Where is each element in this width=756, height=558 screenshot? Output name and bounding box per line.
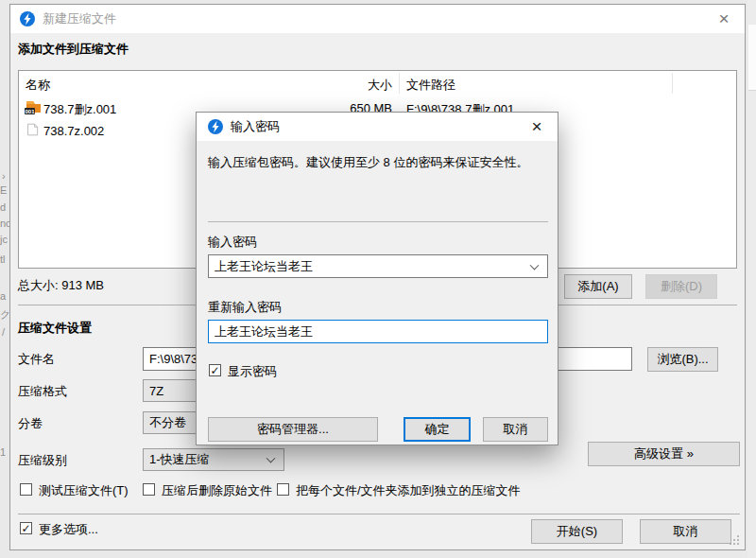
background-fragment: jc xyxy=(0,234,8,245)
volume-value: 不分卷 xyxy=(149,414,186,431)
separate-archives-checkbox[interactable] xyxy=(277,483,289,496)
main-cancel-button[interactable]: 取消 xyxy=(640,519,731,544)
background-fragment: d xyxy=(0,201,6,213)
ok-button[interactable]: 确定 xyxy=(404,417,471,442)
level-label: 压缩级别 xyxy=(18,452,67,469)
format-value: 7Z xyxy=(149,384,163,398)
file-name: 738.7删z.001 xyxy=(43,101,116,118)
section-archive-settings-header: 压缩文件设置 xyxy=(18,320,92,337)
svg-text:001: 001 xyxy=(25,109,35,114)
test-archive-label[interactable]: 测试压缩文件(T) xyxy=(39,482,129,499)
password-manager-button[interactable]: 密码管理器... xyxy=(208,417,378,442)
confirm-password-value: 上老王论坛当老王 xyxy=(215,323,313,340)
divider xyxy=(208,221,548,222)
separate-archives-label[interactable]: 把每个文件/文件夹添加到独立的压缩文件 xyxy=(296,482,521,499)
show-password-label[interactable]: 显示密码 xyxy=(228,363,277,380)
test-archive-checkbox[interactable] xyxy=(20,483,32,496)
window-title: 新建压缩文件 xyxy=(43,5,116,33)
password-hint-text: 输入压缩包密码。建议使用至少 8 位的密码来保证安全性。 xyxy=(208,154,546,171)
more-options-label[interactable]: 更多选项... xyxy=(39,521,98,538)
dialog-title: 输入密码 xyxy=(231,113,280,141)
password-value: 上老王论坛当老王 xyxy=(215,258,313,275)
level-value: 1-快速压缩 xyxy=(149,451,210,468)
delete-button: 删除(D) xyxy=(645,274,717,299)
background-fragment: a xyxy=(0,290,6,302)
resize-grip[interactable] xyxy=(730,534,740,545)
format-label: 压缩格式 xyxy=(18,383,67,400)
dialog-cancel-button[interactable]: 取消 xyxy=(483,417,548,442)
password-label: 输入密码 xyxy=(208,234,257,251)
column-header-path[interactable]: 文件路径 xyxy=(406,77,455,94)
file-icon xyxy=(26,122,40,137)
dialog-titlebar: 输入密码 × xyxy=(197,113,558,141)
level-select[interactable]: 1-快速压缩 xyxy=(143,448,284,471)
chevron-down-icon xyxy=(266,454,276,463)
bandizip-app-icon xyxy=(208,119,223,134)
browse-button[interactable]: 浏览(B)... xyxy=(647,347,718,372)
column-header-name[interactable]: 名称 xyxy=(26,77,50,94)
column-header-size[interactable]: 大小 xyxy=(368,77,392,94)
confirm-password-input[interactable]: 上老王论坛当老王 xyxy=(208,320,548,343)
background-fragment: / xyxy=(2,326,5,338)
main-titlebar: 新建压缩文件 × xyxy=(10,5,745,33)
total-size-label: 总大小: 913 MB xyxy=(18,277,104,294)
section-add-files-header: 添加文件到压缩文件 xyxy=(18,41,129,58)
advanced-settings-button[interactable]: 高级设置 » xyxy=(588,442,740,466)
show-password-checkbox[interactable]: ✓ xyxy=(209,364,221,376)
background-fragment: tl xyxy=(0,253,6,265)
column-divider[interactable] xyxy=(672,73,673,94)
chevron-down-icon[interactable] xyxy=(530,260,540,270)
volume-label: 分卷 xyxy=(18,415,43,432)
delete-original-checkbox[interactable] xyxy=(143,483,155,496)
dialog-close-icon[interactable]: × xyxy=(524,115,550,138)
background-right-strip xyxy=(747,0,756,558)
background-fragment: E xyxy=(0,184,7,196)
column-divider[interactable] xyxy=(399,73,400,94)
more-options-checkbox[interactable]: ✓ xyxy=(20,522,32,534)
bandizip-app-icon xyxy=(20,11,35,26)
confirm-password-label: 重新输入密码 xyxy=(208,299,282,316)
background-fragment: › xyxy=(2,170,6,182)
file-name: 738.7z.002 xyxy=(43,124,104,138)
start-button[interactable]: 开始(S) xyxy=(531,519,623,544)
screen: › E d nc jc tl a ク / 1 新建压缩文件 × 添加文件到压缩文… xyxy=(0,0,756,558)
close-icon[interactable]: × xyxy=(711,8,737,30)
enter-password-dialog: 输入密码 × 输入压缩包密码。建议使用至少 8 位的密码来保证安全性。 输入密码… xyxy=(196,112,558,445)
divider xyxy=(18,514,740,514)
delete-original-label[interactable]: 压缩后删除原始文件 xyxy=(162,482,272,499)
background-fragment: 1 xyxy=(0,446,6,458)
archive-part-icon: 001 xyxy=(25,99,42,114)
add-button[interactable]: 添加(A) xyxy=(564,274,632,299)
filename-label: 文件名 xyxy=(18,351,55,368)
password-combobox[interactable]: 上老王论坛当老王 xyxy=(208,254,548,278)
